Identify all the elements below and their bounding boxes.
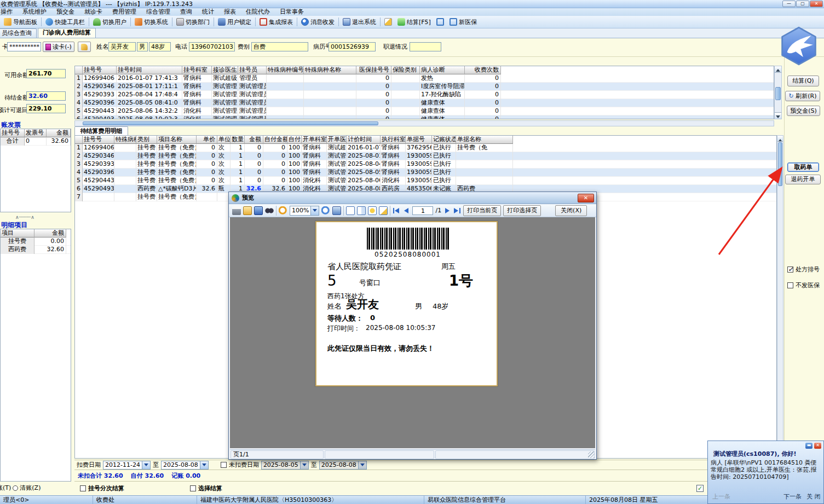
registration-row[interactable]: 2452903462025-08-01 17:11:1肾病科测试管理测试管理员0… bbox=[75, 83, 774, 91]
chevron-down-icon[interactable] bbox=[200, 461, 208, 469]
radio-clear-icon[interactable] bbox=[13, 485, 18, 491]
scroll-down-icon[interactable] bbox=[775, 112, 781, 119]
settle-button[interactable]: 结算(Q) bbox=[787, 76, 819, 86]
chevron-down-icon[interactable] bbox=[358, 461, 366, 469]
scroll-thumb[interactable] bbox=[778, 142, 782, 186]
detail-row[interactable]: 挂号费0.00 bbox=[1, 237, 71, 246]
single-page-icon[interactable] bbox=[346, 206, 355, 215]
fit-page-icon[interactable] bbox=[332, 206, 341, 215]
fee-row[interactable]: 445290396挂号费挂号费（免费）0次100100肾病科测试管2025-08… bbox=[75, 169, 776, 177]
scroll-up-icon[interactable] bbox=[777, 136, 783, 142]
page-zoom-icon[interactable] bbox=[368, 206, 377, 215]
menu-daily-affairs[interactable]: 日常事务 bbox=[275, 8, 309, 16]
last-page-icon[interactable] bbox=[453, 207, 461, 215]
retire-field[interactable] bbox=[410, 42, 441, 51]
menu-query[interactable]: 查询 bbox=[175, 8, 197, 16]
fee-type-field[interactable]: 自费 bbox=[251, 42, 308, 51]
save-icon[interactable] bbox=[254, 206, 263, 215]
registration-vscrollbar[interactable] bbox=[774, 66, 782, 119]
tab-outpatient-settlement[interactable]: 门诊病人费用结算 bbox=[38, 28, 96, 38]
toolbar-exit[interactable]: 退出系统 bbox=[340, 16, 379, 27]
toolbar-nav-panel[interactable]: 导航面板 bbox=[1, 16, 40, 27]
menu-inpatient-agency[interactable]: 住院代办 bbox=[241, 8, 275, 16]
detail-row[interactable]: 西药费32.60 bbox=[1, 246, 71, 254]
drug-return-button[interactable]: 退药开单 bbox=[785, 175, 821, 184]
maximize-button[interactable]: ▢ bbox=[796, 1, 809, 7]
toolbar-messages[interactable]: 消息收发 bbox=[298, 16, 337, 27]
phone-field[interactable]: 13960702103 bbox=[189, 42, 235, 51]
open-icon[interactable] bbox=[243, 206, 252, 215]
sidebar-splitter[interactable]: ∧┄┄┄┄∧ bbox=[15, 215, 34, 220]
refresh-button[interactable]: ↻ 刷新(R) bbox=[785, 91, 820, 101]
toolbar-settle[interactable]: 结算[F5] bbox=[395, 16, 434, 27]
print-selected-page-button[interactable]: 打印选择页 bbox=[503, 205, 541, 216]
menu-deposit[interactable]: 预交金 bbox=[51, 8, 79, 16]
two-page-icon[interactable] bbox=[357, 206, 366, 215]
page-number-input[interactable]: 1 bbox=[412, 206, 433, 215]
split-settle-checkbox[interactable] bbox=[80, 485, 86, 491]
no-insurance-checkbox[interactable] bbox=[787, 282, 793, 288]
close-preview-button[interactable]: 关闭(X) bbox=[555, 205, 587, 216]
registration-row[interactable]: 4452903962025-08-05 08:41:0肾病科测试管理测试管理员0… bbox=[75, 99, 774, 107]
pickup-slip-button[interactable]: 取药单 bbox=[787, 163, 819, 172]
fee-row[interactable]: 345290393挂号费挂号费（免费）0次100100肾病科测试管2025-08… bbox=[75, 160, 776, 169]
zoom-select[interactable]: 100% bbox=[290, 206, 319, 216]
chevron-down-icon[interactable] bbox=[300, 461, 308, 469]
name-field[interactable]: 吴开友 bbox=[108, 42, 136, 51]
radio-account-label[interactable]: 账(T) bbox=[0, 484, 11, 492]
scroll-up-icon[interactable] bbox=[775, 66, 781, 73]
notification-next-link[interactable]: 下一条 bbox=[783, 493, 802, 501]
toolbar-quick-tools[interactable]: 快捷工具栏 bbox=[43, 16, 88, 27]
menu-fee-mgmt[interactable]: 费用管理 bbox=[107, 8, 141, 16]
next-page-icon[interactable] bbox=[443, 207, 451, 215]
edit-page-icon[interactable] bbox=[379, 206, 388, 215]
clear-button[interactable] bbox=[78, 42, 91, 52]
resize-grip[interactable] bbox=[588, 451, 595, 458]
scroll-thumb[interactable] bbox=[775, 87, 781, 100]
fee-vscrollbar[interactable] bbox=[777, 135, 783, 459]
menu-report[interactable]: 报表 bbox=[219, 8, 241, 16]
toolbar-new-medicare[interactable]: 新医保 bbox=[447, 16, 480, 27]
first-page-icon[interactable] bbox=[393, 207, 400, 215]
bottom-mini-checkbox[interactable]: ✓ bbox=[696, 485, 704, 492]
zoom-out-icon[interactable] bbox=[321, 206, 330, 215]
deposit-button[interactable]: 预交金(S) bbox=[787, 106, 820, 116]
find-icon[interactable] bbox=[265, 206, 274, 215]
toolbar-switch-dept[interactable]: 切换部门 bbox=[174, 16, 212, 27]
notification-minimize-icon[interactable]: ▬ bbox=[805, 443, 813, 449]
registration-row[interactable]: 3452903932025-08-04 17:48:4肾病科测试管理测试管理员0… bbox=[75, 91, 774, 99]
minimize-button[interactable]: — bbox=[782, 1, 796, 7]
toolbar-edit-icon-button[interactable] bbox=[382, 16, 395, 27]
toolbar-switch-system[interactable]: 切换系统 bbox=[132, 16, 171, 27]
notification-close-link[interactable]: 关 闭 bbox=[806, 493, 821, 501]
menu-visit-card[interactable]: 就诊卡 bbox=[79, 8, 107, 16]
registration-row[interactable]: 6452904932025-08-08 10:02:3消化科测试管理测试管理员0… bbox=[75, 115, 774, 119]
registration-row[interactable]: 5452904432025-08-06 14:32:2消化科测试管理测试管理员0… bbox=[75, 107, 774, 115]
fee-row[interactable]: 545290443挂号费挂号费（免费）0次100100消化科测试管2025-08… bbox=[75, 177, 776, 185]
read-card-button[interactable]: 读卡(-) bbox=[43, 42, 74, 52]
menu-stats[interactable]: 统计 bbox=[197, 8, 219, 16]
sex-field[interactable]: 男 bbox=[137, 42, 148, 51]
hscroll-thumb[interactable] bbox=[83, 121, 378, 125]
notification-close-icon[interactable]: ✕ bbox=[814, 443, 821, 449]
fee-row[interactable]: 112699406挂号费挂号费（免费）0次100100肾病科测试超2016-01… bbox=[75, 144, 776, 152]
unpaid-date-checkbox[interactable] bbox=[221, 462, 227, 468]
notification-prev-link[interactable]: 上一条 bbox=[712, 493, 730, 501]
menu-general-mgmt[interactable]: 综合管理 bbox=[141, 8, 175, 16]
prev-page-icon[interactable] bbox=[402, 207, 410, 215]
fee-details-tab[interactable]: 待结算费用明细 bbox=[74, 126, 128, 135]
toolbar-switch-user[interactable]: 切换用户 bbox=[90, 16, 129, 27]
zoom-in-icon[interactable] bbox=[279, 206, 287, 215]
unpaid-date-to[interactable]: 2025-08-08 bbox=[319, 461, 367, 470]
age-field[interactable]: 48岁 bbox=[149, 42, 171, 51]
fee-row[interactable]: 245290346挂号费挂号费（免费）0次100100肾病科测试管2025-08… bbox=[75, 152, 776, 160]
invoice-row[interactable]: 合计032.60 bbox=[1, 137, 71, 146]
tab-patient-query[interactable]: 员综合查询 bbox=[0, 28, 37, 38]
registration-hscrollbar[interactable] bbox=[74, 120, 774, 126]
card-input[interactable]: ********** bbox=[7, 42, 41, 51]
menu-system-maint[interactable]: 系统维护 bbox=[18, 8, 51, 16]
preview-close-icon[interactable]: ✕ bbox=[578, 194, 594, 202]
chevron-down-icon[interactable] bbox=[142, 461, 150, 469]
print-icon[interactable] bbox=[232, 206, 241, 215]
close-button[interactable]: ✕ bbox=[810, 1, 823, 7]
